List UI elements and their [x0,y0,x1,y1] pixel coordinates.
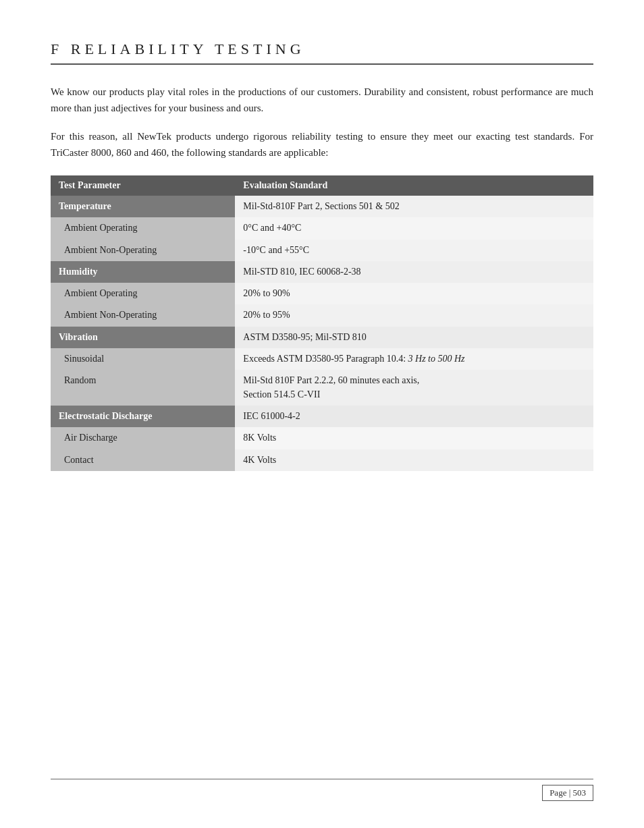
cell-eval: Exceeds ASTM D3580-95 Paragraph 10.4: 3 … [235,348,593,370]
cell-param: Electrostatic Discharge [51,406,235,427]
table-row: RandomMil-Std 810F Part 2.2.2, 60 minute… [51,370,593,406]
cell-param: Ambient Operating [51,217,235,239]
table-row: SinusoidalExceeds ASTM D3580-95 Paragrap… [51,348,593,370]
cell-param: Air Discharge [51,427,235,449]
reliability-table: Test Parameter Evaluation Standard Tempe… [51,175,593,471]
cell-eval: Mil-Std 810F Part 2.2.2, 60 minutes each… [235,370,593,406]
cell-eval: IEC 61000-4-2 [235,406,593,427]
cell-eval: 20% to 95% [235,304,593,326]
header-evaluation-standard: Evaluation Standard [235,175,593,196]
cell-param: Ambient Non-Operating [51,240,235,261]
cell-eval: 20% to 90% [235,283,593,304]
cell-param: Vibration [51,327,235,348]
cell-param: Temperature [51,196,235,217]
table-row: Electrostatic DischargeIEC 61000-4-2 [51,406,593,427]
table-row: Ambient Non-Operating-10°C and +55°C [51,240,593,261]
cell-eval: -10°C and +55°C [235,240,593,261]
table-row: TemperatureMil-Std-810F Part 2, Sections… [51,196,593,217]
cell-param: Sinusoidal [51,348,235,370]
table-row: Contact4K Volts [51,449,593,471]
cell-param: Random [51,370,235,406]
footer-divider [51,779,593,779]
table-row: HumidityMil-STD 810, IEC 60068-2-38 [51,261,593,283]
intro-paragraph-2: For this reason, all NewTek products und… [51,128,593,161]
cell-param: Contact [51,449,235,471]
cell-eval: Mil-Std-810F Part 2, Sections 501 & 502 [235,196,593,217]
cell-eval: 0°C and +40°C [235,217,593,239]
cell-param: Ambient Non-Operating [51,304,235,326]
cell-param: Humidity [51,261,235,283]
cell-eval: Mil-STD 810, IEC 60068-2-38 [235,261,593,283]
cell-eval: ASTM D3580-95; Mil-STD 810 [235,327,593,348]
cell-eval: 8K Volts [235,427,593,449]
cell-eval: 4K Volts [235,449,593,471]
header-test-parameter: Test Parameter [51,175,235,196]
table-row: Ambient Operating20% to 90% [51,283,593,304]
page-header: F RELIABILITY TESTING [51,40,593,65]
cell-param: Ambient Operating [51,283,235,304]
title-divider [51,63,593,65]
table-row: Ambient Operating0°C and +40°C [51,217,593,239]
table-row: VibrationASTM D3580-95; Mil-STD 810 [51,327,593,348]
table-row: Ambient Non-Operating20% to 95% [51,304,593,326]
page-title: F RELIABILITY TESTING [51,40,593,58]
page-number: Page | 503 [542,785,593,801]
intro-paragraph-1: We know our products play vital roles in… [51,84,593,116]
table-header-row: Test Parameter Evaluation Standard [51,175,593,196]
table-row: Air Discharge8K Volts [51,427,593,449]
reliability-table-container: Test Parameter Evaluation Standard Tempe… [51,175,593,471]
